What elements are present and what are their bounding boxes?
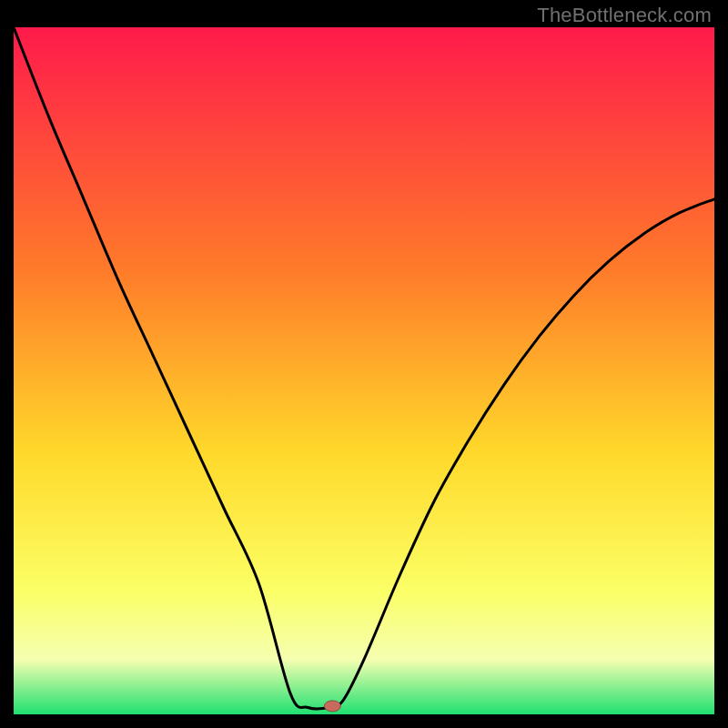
- plot-area: [14, 27, 714, 714]
- gradient-bg: [14, 27, 714, 714]
- chart-svg: [14, 27, 714, 714]
- watermark-text: TheBottleneck.com: [537, 4, 712, 27]
- chart-frame: TheBottleneck.com: [0, 0, 728, 728]
- optimal-marker: [324, 701, 340, 712]
